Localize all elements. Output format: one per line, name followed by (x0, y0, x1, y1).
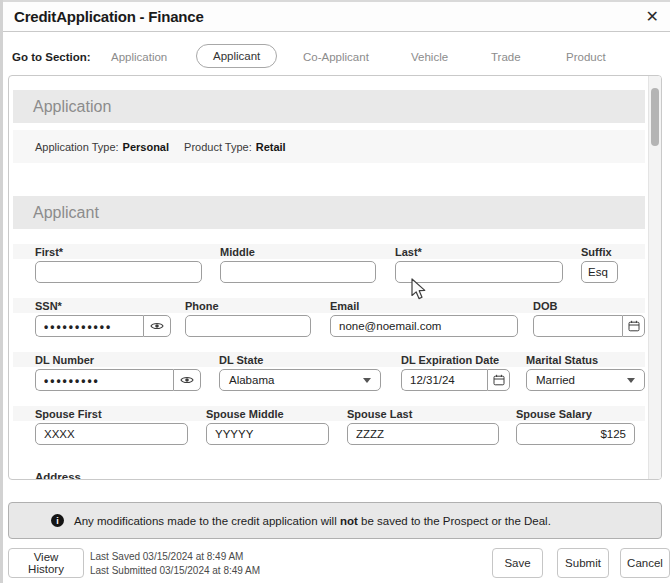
eye-icon (150, 321, 164, 331)
application-section-title: Application (33, 98, 111, 116)
marital-status-value: Married (536, 374, 575, 386)
dl-state-select[interactable]: Alabama (219, 369, 381, 391)
dl-number-label: DL Number (35, 354, 201, 366)
dl-state-value: Alabama (229, 374, 274, 386)
field-ssn: SSN* (35, 300, 171, 337)
calendar-icon (628, 320, 640, 332)
last-label: Last* (395, 246, 563, 258)
save-button[interactable]: Save (492, 548, 543, 578)
credit-application-modal: CreditApplication - Finance ✕ Go to Sect… (0, 0, 670, 583)
field-dl-number: DL Number (35, 354, 201, 391)
marital-status-label: Marital Status (526, 354, 645, 366)
email-input[interactable] (330, 315, 518, 337)
dl-expiration-input-group (401, 369, 510, 391)
close-icon[interactable]: ✕ (646, 7, 659, 27)
spouse-last-input[interactable] (347, 423, 499, 445)
spouse-salary-input[interactable] (516, 423, 635, 445)
field-suffix: Suffix (581, 246, 618, 283)
eye-icon (180, 375, 194, 385)
applicant-section-header: Applicant (13, 196, 645, 229)
spouse-first-label: Spouse First (35, 408, 188, 420)
notice-text-bold: not (340, 515, 358, 527)
dob-input[interactable] (533, 315, 622, 337)
mouse-cursor (410, 278, 427, 302)
dl-number-input-group (35, 369, 201, 391)
dob-calendar-button[interactable] (622, 315, 645, 337)
product-type-value: Retail (256, 141, 286, 153)
last-submitted-text: Last Submitted 03/15/2024 at 8:49 AM (90, 564, 260, 578)
modal-left-edge (0, 0, 3, 583)
suffix-label: Suffix (581, 246, 618, 258)
middle-label: Middle (220, 246, 376, 258)
nav-item-product[interactable]: Product (566, 51, 606, 63)
ssn-label: SSN* (35, 300, 171, 312)
middle-input[interactable] (220, 261, 376, 283)
phone-input[interactable] (185, 315, 311, 337)
form-scroll-panel: Application Application Type: Personal P… (8, 75, 662, 480)
chevron-down-icon (627, 378, 635, 383)
application-type-label: Application Type: (35, 141, 119, 153)
field-dl-state: DL State Alabama (219, 354, 381, 391)
application-section-header: Application (13, 90, 645, 123)
field-spouse-first: Spouse First (35, 408, 188, 445)
dl-expiration-label: DL Expiration Date (401, 354, 510, 366)
field-marital-status: Marital Status Married (526, 354, 645, 391)
scrollbar-thumb[interactable] (651, 88, 659, 146)
nav-item-application[interactable]: Application (111, 51, 167, 63)
field-dl-expiration: DL Expiration Date (401, 354, 510, 391)
field-dob: DOB (533, 300, 645, 337)
view-history-button[interactable]: View History (8, 548, 84, 578)
ssn-reveal-button[interactable] (143, 315, 171, 337)
dl-expiration-input[interactable] (401, 369, 487, 391)
nav-item-vehicle[interactable]: Vehicle (411, 51, 448, 63)
modal-titlebar: CreditApplication - Finance ✕ (3, 2, 670, 32)
spouse-salary-label: Spouse Salary (516, 408, 635, 420)
field-email: Email (330, 300, 518, 337)
field-first: First* (35, 246, 202, 283)
dl-expiration-calendar-button[interactable] (487, 369, 510, 391)
marital-status-select[interactable]: Married (526, 369, 645, 391)
submit-button[interactable]: Submit (557, 548, 609, 578)
nav-item-co-applicant[interactable]: Co-Applicant (303, 51, 369, 63)
field-spouse-last: Spouse Last (347, 408, 499, 445)
go-to-section-label: Go to Section: (12, 51, 91, 63)
save-timestamps: Last Saved 03/15/2024 at 8:49 AM Last Su… (90, 550, 260, 577)
spouse-middle-label: Spouse Middle (206, 408, 329, 420)
field-spouse-salary: Spouse Salary (516, 408, 635, 445)
notice-text: Any modifications made to the credit app… (74, 515, 551, 527)
phone-label: Phone (185, 300, 311, 312)
chevron-down-icon (363, 378, 371, 383)
notice-text-part: be saved to the Prospect or the Deal. (358, 515, 551, 527)
spouse-last-label: Spouse Last (347, 408, 499, 420)
address-section-label: Address (35, 471, 81, 480)
dob-label: DOB (533, 300, 645, 312)
cancel-button[interactable]: Cancel (620, 548, 670, 578)
ssn-input-group (35, 315, 171, 337)
field-spouse-middle: Spouse Middle (206, 408, 329, 445)
applicant-section-title: Applicant (33, 204, 99, 222)
scrollbar-track[interactable] (648, 76, 661, 479)
info-icon: i (51, 514, 64, 527)
spouse-first-input[interactable] (35, 423, 188, 445)
last-saved-text: Last Saved 03/15/2024 at 8:49 AM (90, 550, 260, 564)
suffix-input[interactable] (581, 261, 618, 283)
field-phone: Phone (185, 300, 311, 337)
modal-title: CreditApplication - Finance (14, 8, 204, 25)
dl-number-reveal-button[interactable] (173, 369, 201, 391)
nav-item-trade[interactable]: Trade (491, 51, 521, 63)
first-label: First* (35, 246, 202, 258)
calendar-icon (493, 374, 505, 386)
section-nav: Go to Section: Application Applicant Co-… (3, 32, 670, 74)
notice-text-part: Any modifications made to the credit app… (74, 515, 340, 527)
nav-item-applicant[interactable]: Applicant (196, 44, 277, 68)
modification-notice: i Any modifications made to the credit a… (8, 502, 662, 539)
application-type-value: Personal (123, 141, 169, 153)
dl-number-input[interactable] (35, 369, 173, 391)
dl-state-label: DL State (219, 354, 381, 366)
product-type-label: Product Type: (184, 141, 252, 153)
ssn-input[interactable] (35, 315, 143, 337)
spouse-middle-input[interactable] (206, 423, 329, 445)
application-meta-row: Application Type: Personal Product Type:… (13, 130, 645, 163)
field-middle: Middle (220, 246, 376, 283)
first-input[interactable] (35, 261, 202, 283)
